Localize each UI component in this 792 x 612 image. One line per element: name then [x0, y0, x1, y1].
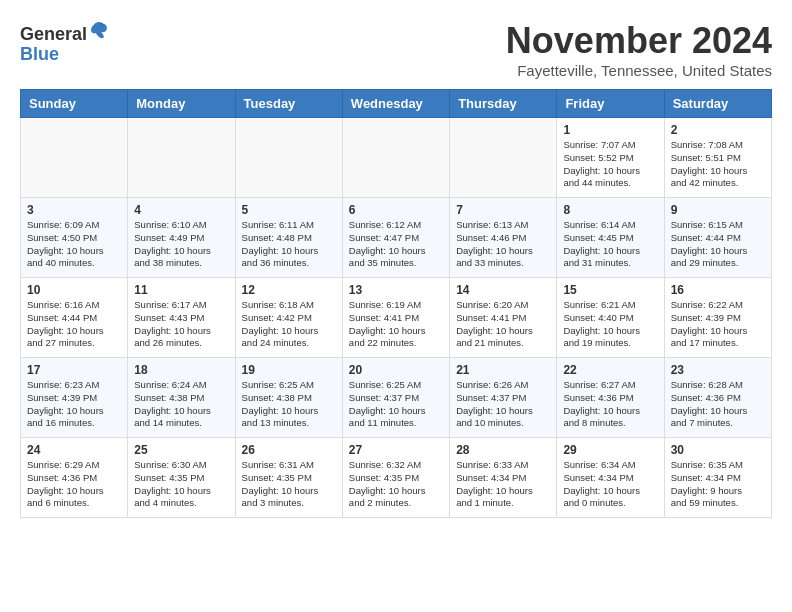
day-of-week-header: Wednesday [342, 90, 449, 118]
day-info: Sunrise: 6:15 AM Sunset: 4:44 PM Dayligh… [671, 219, 765, 270]
day-number: 7 [456, 203, 550, 217]
day-number: 1 [563, 123, 657, 137]
day-number: 26 [242, 443, 336, 457]
day-number: 18 [134, 363, 228, 377]
calendar-day-cell: 10Sunrise: 6:16 AM Sunset: 4:44 PM Dayli… [21, 278, 128, 358]
day-info: Sunrise: 6:18 AM Sunset: 4:42 PM Dayligh… [242, 299, 336, 350]
logo-bird-icon [89, 20, 109, 40]
logo-general: General [20, 24, 87, 44]
day-number: 13 [349, 283, 443, 297]
day-info: Sunrise: 7:07 AM Sunset: 5:52 PM Dayligh… [563, 139, 657, 190]
day-info: Sunrise: 6:25 AM Sunset: 4:38 PM Dayligh… [242, 379, 336, 430]
calendar-header-row: SundayMondayTuesdayWednesdayThursdayFrid… [21, 90, 772, 118]
day-number: 30 [671, 443, 765, 457]
day-number: 27 [349, 443, 443, 457]
day-info: Sunrise: 6:32 AM Sunset: 4:35 PM Dayligh… [349, 459, 443, 510]
calendar-day-cell: 7Sunrise: 6:13 AM Sunset: 4:46 PM Daylig… [450, 198, 557, 278]
day-of-week-header: Friday [557, 90, 664, 118]
day-info: Sunrise: 6:24 AM Sunset: 4:38 PM Dayligh… [134, 379, 228, 430]
day-of-week-header: Sunday [21, 90, 128, 118]
calendar-day-cell: 6Sunrise: 6:12 AM Sunset: 4:47 PM Daylig… [342, 198, 449, 278]
day-number: 5 [242, 203, 336, 217]
calendar-day-cell: 13Sunrise: 6:19 AM Sunset: 4:41 PM Dayli… [342, 278, 449, 358]
calendar-day-cell: 19Sunrise: 6:25 AM Sunset: 4:38 PM Dayli… [235, 358, 342, 438]
month-title: November 2024 [506, 20, 772, 62]
calendar-day-cell: 23Sunrise: 6:28 AM Sunset: 4:36 PM Dayli… [664, 358, 771, 438]
day-number: 24 [27, 443, 121, 457]
calendar-table: SundayMondayTuesdayWednesdayThursdayFrid… [20, 89, 772, 518]
day-number: 25 [134, 443, 228, 457]
calendar-day-cell: 9Sunrise: 6:15 AM Sunset: 4:44 PM Daylig… [664, 198, 771, 278]
day-info: Sunrise: 6:09 AM Sunset: 4:50 PM Dayligh… [27, 219, 121, 270]
calendar-week-row: 1Sunrise: 7:07 AM Sunset: 5:52 PM Daylig… [21, 118, 772, 198]
day-info: Sunrise: 6:21 AM Sunset: 4:40 PM Dayligh… [563, 299, 657, 350]
day-number: 16 [671, 283, 765, 297]
calendar-day-cell: 15Sunrise: 6:21 AM Sunset: 4:40 PM Dayli… [557, 278, 664, 358]
day-info: Sunrise: 6:27 AM Sunset: 4:36 PM Dayligh… [563, 379, 657, 430]
calendar-day-cell [128, 118, 235, 198]
day-number: 22 [563, 363, 657, 377]
day-info: Sunrise: 6:30 AM Sunset: 4:35 PM Dayligh… [134, 459, 228, 510]
calendar-day-cell: 21Sunrise: 6:26 AM Sunset: 4:37 PM Dayli… [450, 358, 557, 438]
calendar-day-cell [342, 118, 449, 198]
calendar-day-cell: 2Sunrise: 7:08 AM Sunset: 5:51 PM Daylig… [664, 118, 771, 198]
calendar-day-cell: 28Sunrise: 6:33 AM Sunset: 4:34 PM Dayli… [450, 438, 557, 518]
calendar-week-row: 24Sunrise: 6:29 AM Sunset: 4:36 PM Dayli… [21, 438, 772, 518]
day-info: Sunrise: 6:12 AM Sunset: 4:47 PM Dayligh… [349, 219, 443, 270]
calendar-day-cell: 18Sunrise: 6:24 AM Sunset: 4:38 PM Dayli… [128, 358, 235, 438]
location: Fayetteville, Tennessee, United States [506, 62, 772, 79]
calendar-day-cell: 24Sunrise: 6:29 AM Sunset: 4:36 PM Dayli… [21, 438, 128, 518]
day-number: 14 [456, 283, 550, 297]
day-info: Sunrise: 6:16 AM Sunset: 4:44 PM Dayligh… [27, 299, 121, 350]
calendar-day-cell: 14Sunrise: 6:20 AM Sunset: 4:41 PM Dayli… [450, 278, 557, 358]
day-info: Sunrise: 6:35 AM Sunset: 4:34 PM Dayligh… [671, 459, 765, 510]
day-number: 8 [563, 203, 657, 217]
day-of-week-header: Saturday [664, 90, 771, 118]
day-number: 3 [27, 203, 121, 217]
calendar-day-cell [235, 118, 342, 198]
day-number: 12 [242, 283, 336, 297]
day-info: Sunrise: 6:33 AM Sunset: 4:34 PM Dayligh… [456, 459, 550, 510]
day-info: Sunrise: 6:29 AM Sunset: 4:36 PM Dayligh… [27, 459, 121, 510]
calendar-day-cell: 25Sunrise: 6:30 AM Sunset: 4:35 PM Dayli… [128, 438, 235, 518]
calendar-day-cell: 17Sunrise: 6:23 AM Sunset: 4:39 PM Dayli… [21, 358, 128, 438]
day-number: 20 [349, 363, 443, 377]
calendar-week-row: 17Sunrise: 6:23 AM Sunset: 4:39 PM Dayli… [21, 358, 772, 438]
day-number: 6 [349, 203, 443, 217]
day-number: 15 [563, 283, 657, 297]
calendar-day-cell: 5Sunrise: 6:11 AM Sunset: 4:48 PM Daylig… [235, 198, 342, 278]
day-info: Sunrise: 6:26 AM Sunset: 4:37 PM Dayligh… [456, 379, 550, 430]
calendar-day-cell: 22Sunrise: 6:27 AM Sunset: 4:36 PM Dayli… [557, 358, 664, 438]
logo-blue: Blue [20, 44, 59, 64]
day-number: 11 [134, 283, 228, 297]
day-of-week-header: Tuesday [235, 90, 342, 118]
day-number: 2 [671, 123, 765, 137]
day-number: 4 [134, 203, 228, 217]
day-info: Sunrise: 6:25 AM Sunset: 4:37 PM Dayligh… [349, 379, 443, 430]
calendar-day-cell: 30Sunrise: 6:35 AM Sunset: 4:34 PM Dayli… [664, 438, 771, 518]
calendar-day-cell: 20Sunrise: 6:25 AM Sunset: 4:37 PM Dayli… [342, 358, 449, 438]
day-of-week-header: Thursday [450, 90, 557, 118]
calendar-day-cell [450, 118, 557, 198]
day-of-week-header: Monday [128, 90, 235, 118]
calendar-day-cell [21, 118, 128, 198]
day-number: 9 [671, 203, 765, 217]
calendar-day-cell: 1Sunrise: 7:07 AM Sunset: 5:52 PM Daylig… [557, 118, 664, 198]
day-number: 23 [671, 363, 765, 377]
day-info: Sunrise: 6:31 AM Sunset: 4:35 PM Dayligh… [242, 459, 336, 510]
day-info: Sunrise: 6:20 AM Sunset: 4:41 PM Dayligh… [456, 299, 550, 350]
calendar-day-cell: 11Sunrise: 6:17 AM Sunset: 4:43 PM Dayli… [128, 278, 235, 358]
calendar-day-cell: 29Sunrise: 6:34 AM Sunset: 4:34 PM Dayli… [557, 438, 664, 518]
day-info: Sunrise: 6:17 AM Sunset: 4:43 PM Dayligh… [134, 299, 228, 350]
day-info: Sunrise: 6:28 AM Sunset: 4:36 PM Dayligh… [671, 379, 765, 430]
calendar-week-row: 10Sunrise: 6:16 AM Sunset: 4:44 PM Dayli… [21, 278, 772, 358]
calendar-day-cell: 27Sunrise: 6:32 AM Sunset: 4:35 PM Dayli… [342, 438, 449, 518]
day-number: 21 [456, 363, 550, 377]
calendar-day-cell: 3Sunrise: 6:09 AM Sunset: 4:50 PM Daylig… [21, 198, 128, 278]
day-info: Sunrise: 6:23 AM Sunset: 4:39 PM Dayligh… [27, 379, 121, 430]
day-number: 28 [456, 443, 550, 457]
day-info: Sunrise: 7:08 AM Sunset: 5:51 PM Dayligh… [671, 139, 765, 190]
calendar-day-cell: 8Sunrise: 6:14 AM Sunset: 4:45 PM Daylig… [557, 198, 664, 278]
day-info: Sunrise: 6:10 AM Sunset: 4:49 PM Dayligh… [134, 219, 228, 270]
day-info: Sunrise: 6:22 AM Sunset: 4:39 PM Dayligh… [671, 299, 765, 350]
